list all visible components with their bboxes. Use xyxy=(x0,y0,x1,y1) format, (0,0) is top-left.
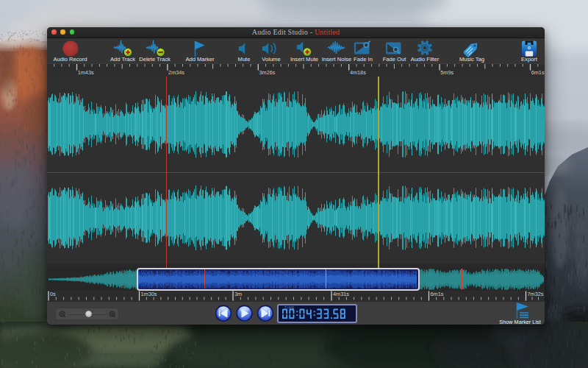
svg-text:6m1s: 6m1s xyxy=(531,69,545,76)
svg-text:2m34s: 2m34s xyxy=(168,69,184,76)
svg-text:3m26s: 3m26s xyxy=(259,69,276,76)
svg-text:6m1s: 6m1s xyxy=(431,291,444,297)
svg-text:7m32s: 7m32s xyxy=(528,291,544,297)
svg-text:1m43s: 1m43s xyxy=(78,69,94,76)
svg-text:0s: 0s xyxy=(50,291,56,297)
svg-text:5m9s: 5m9s xyxy=(440,69,453,76)
svg-text:1m30s: 1m30s xyxy=(141,291,157,297)
svg-text:4m18s: 4m18s xyxy=(350,69,366,76)
svg-text:4m31s: 4m31s xyxy=(333,291,349,297)
svg-text:3m: 3m xyxy=(234,291,242,297)
